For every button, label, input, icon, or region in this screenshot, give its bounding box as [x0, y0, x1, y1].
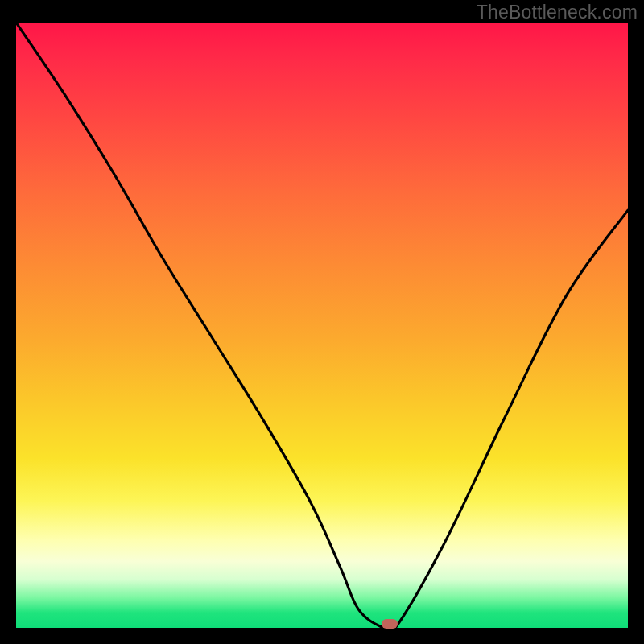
optimum-marker	[382, 619, 398, 629]
bottleneck-curve-path	[16, 23, 628, 628]
chart-frame: TheBottleneck.com	[0, 0, 644, 644]
watermark-label: TheBottleneck.com	[477, 2, 638, 23]
curve-svg	[16, 23, 628, 628]
plot-area	[16, 23, 628, 628]
